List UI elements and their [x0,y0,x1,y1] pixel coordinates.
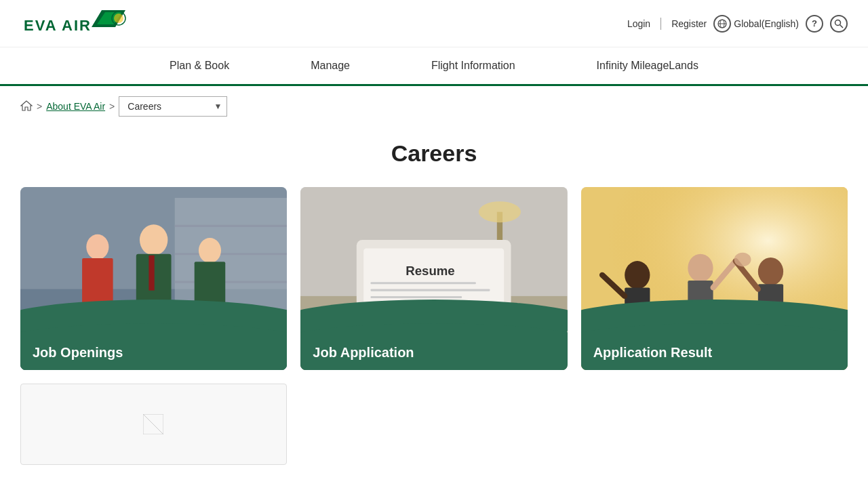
main-navigation: Plan & Book Manage Flight Information In… [0,47,868,86]
language-label: Global(English) [734,18,799,29]
logo[interactable]: EVA AIR [20,7,129,41]
svg-point-52 [734,253,751,267]
card-application-result[interactable]: Application Result [581,187,848,370]
search-icon[interactable] [830,15,848,33]
nav-manage[interactable]: Manage [270,47,391,84]
careers-dropdown[interactable]: Careers About EVA Air CSR Awards Press R… [119,96,227,117]
nav-divider [660,18,661,30]
login-link[interactable]: Login [627,18,650,29]
svg-point-46 [688,254,713,282]
svg-point-27 [479,201,521,222]
card-job-openings-label-bar: Job Openings [20,335,287,370]
logo-svg: EVA AIR [20,7,129,41]
svg-line-56 [143,414,163,434]
card-job-openings[interactable]: Job Openings [20,187,287,370]
card-job-openings-label: Job Openings [33,345,123,360]
header: EVA AIR Login Register Global(English) ? [0,0,868,47]
card-application-result-label: Application Result [593,345,713,360]
svg-rect-18 [149,255,154,291]
breadcrumb: > About EVA Air > Careers About EVA Air … [0,86,868,127]
home-icon[interactable] [20,100,33,114]
svg-point-49 [757,258,783,285]
svg-rect-33 [371,289,490,291]
card-job-application[interactable]: Resume Job Application [300,187,567,370]
card-job-application-label: Job Application [313,345,414,360]
svg-point-3 [114,14,123,23]
breadcrumb-dropdown-wrapper: Careers About EVA Air CSR Awards Press R… [119,96,227,117]
cards-row-bottom [20,384,848,465]
breadcrumb-sep-2: > [109,101,115,112]
svg-point-8 [835,20,841,25]
svg-point-16 [140,224,167,255]
page-title: Careers [0,140,868,167]
svg-text:Resume: Resume [406,264,455,278]
nav-plan-book[interactable]: Plan & Book [129,47,270,84]
card-job-application-label-bar: Job Application [300,335,567,370]
cards-section: Job Openings Resume [0,187,868,492]
broken-image-icon [143,414,163,434]
cards-row-main: Job Openings Resume [20,187,848,370]
help-icon[interactable]: ? [806,15,823,33]
nav-mileage-lands[interactable]: Infinity MileageLands [556,47,739,84]
svg-point-43 [625,261,650,289]
language-selector[interactable]: Global(English) [713,15,799,33]
card-bottom-placeholder[interactable] [20,384,287,465]
svg-rect-32 [371,282,476,284]
register-link[interactable]: Register [671,18,707,29]
svg-point-21 [199,238,221,263]
nav-flight-info[interactable]: Flight Information [391,47,556,84]
svg-line-9 [840,24,844,28]
svg-point-19 [86,234,108,260]
card-application-result-label-bar: Application Result [581,335,848,370]
svg-rect-34 [371,296,462,298]
svg-text:EVA AIR: EVA AIR [24,17,92,34]
top-right-nav: Login Register Global(English) ? [627,15,848,33]
breadcrumb-sep-1: > [37,101,42,112]
globe-icon [713,15,731,33]
breadcrumb-about[interactable]: About EVA Air [46,101,105,112]
